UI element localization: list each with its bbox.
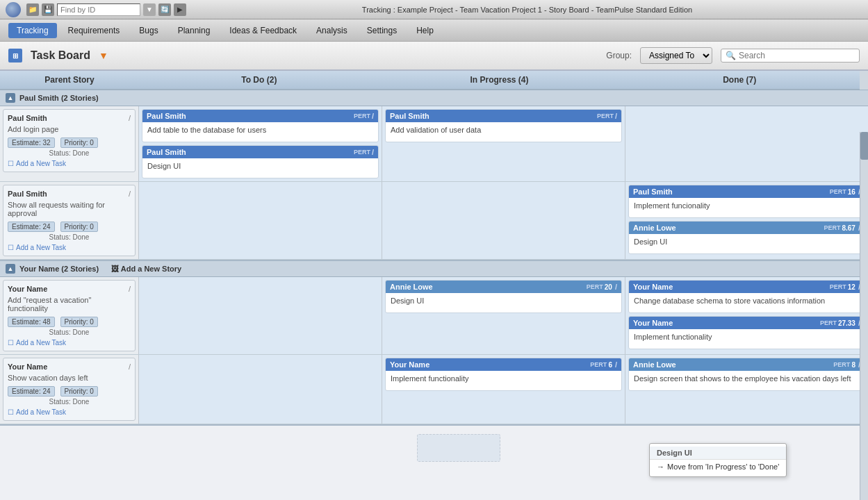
task6-pert-label: PERT — [587, 283, 603, 290]
task3-person: Paul Smith — [390, 112, 597, 120]
story1-edit[interactable]: / — [129, 114, 131, 122]
task-card-2: Paul Smith PERT / Design UI — [142, 145, 379, 178]
story1-parent: Paul Smith / Add login page Estimate: 32… — [0, 106, 139, 181]
add-story-icon: 🖼 — [111, 265, 119, 273]
task2-header: Paul Smith PERT / — [142, 146, 378, 158]
yn-story2-edit[interactable]: / — [129, 362, 131, 371]
extra-icon[interactable]: ▶ — [174, 3, 186, 16]
group-select[interactable]: Assigned To — [640, 47, 712, 64]
story1-done — [625, 106, 868, 181]
task8-pert-label: PERT — [820, 319, 837, 326]
task10-pert-val: 8 — [851, 361, 855, 369]
scrollbar-thumb[interactable] — [860, 132, 868, 160]
board-body[interactable]: ▲ Paul Smith (2 Stories) Paul Smith / Ad… — [0, 90, 868, 500]
find-dropdown[interactable]: ▼ — [143, 3, 156, 16]
titlebar: 📁 💾 ▼ 🔄 ▶ Tracking : Example Project - T… — [0, 0, 868, 19]
folder-icon[interactable]: 📁 — [26, 3, 39, 16]
yn-story1-name: Your Name — [8, 285, 47, 293]
refresh-icon[interactable]: 🔄 — [158, 3, 171, 16]
filter-icon[interactable]: ▼ — [99, 50, 108, 61]
menu-help[interactable]: Help — [408, 23, 442, 38]
group2-header: ▲ Your Name (2 Stories) 🖼 Add a New Stor… — [0, 261, 868, 277]
task1-pert-label: PERT — [354, 112, 370, 119]
task9-edit[interactable]: / — [615, 360, 617, 369]
group2-story1-row: Your Name / Add "request a vacation" fun… — [0, 277, 868, 355]
task7-pert-val: 12 — [848, 283, 855, 291]
task10-pert-label: PERT — [833, 361, 850, 368]
parent-card-2: Paul Smith / Show all requests waiting f… — [3, 185, 136, 256]
yn-story1-add-task[interactable]: ☐ Add a New Task — [8, 339, 131, 347]
task3-edit[interactable]: / — [615, 112, 617, 120]
yn-story1-done: Your Name PERT 12 / Change database sche… — [625, 277, 868, 354]
yn-story1-desc: Add "request a vacation" functionality — [8, 296, 131, 312]
task6-header: Annie Lowe PERT 20 / — [386, 281, 621, 293]
story2-add-task[interactable]: ☐ Add a New Task — [8, 244, 131, 251]
yn-story2-desc: Show vacation days left — [8, 374, 131, 382]
task7-header: Your Name PERT 12 / — [629, 281, 865, 293]
group2-add-story[interactable]: 🖼 Add a New Story — [111, 265, 181, 273]
tooltip-item-move[interactable]: → Move from 'In Progress' to 'Done' — [650, 460, 786, 474]
menu-bugs[interactable]: Bugs — [131, 23, 166, 38]
group2-label: Your Name (2 Stories) — [19, 265, 99, 273]
task-card-1: Paul Smith PERT / Add table to the datab… — [142, 109, 379, 142]
yn-story2-add-task[interactable]: ☐ Add a New Task — [8, 408, 131, 416]
title-text: Tracking : Example Project - Team Vacati… — [192, 6, 862, 14]
add-icon-3: ☐ — [8, 339, 14, 347]
yn-story2-status: Status: Done — [8, 398, 131, 406]
story1-estimate: Estimate: 32 — [8, 138, 55, 148]
find-by-id-input[interactable] — [57, 3, 140, 16]
yn-story1-priority: Priority: 0 — [60, 317, 98, 327]
group1-story1-row: Paul Smith / Add login page Estimate: 32… — [0, 106, 868, 182]
task2-edit[interactable]: / — [372, 148, 374, 156]
story1-name: Paul Smith — [8, 114, 47, 122]
group-paul-smith: ▲ Paul Smith (2 Stories) Paul Smith / Ad… — [0, 90, 868, 261]
task-card-10: Annie Lowe PERT 8 / Design screen that s… — [628, 358, 865, 391]
menu-analysis[interactable]: Analysis — [308, 23, 356, 38]
arrow-icon: → — [657, 462, 664, 471]
menu-ideas-feedback[interactable]: Ideas & Feedback — [221, 23, 305, 38]
task-card-6: Annie Lowe PERT 20 / Design UI — [385, 280, 622, 313]
story2-desc: Show all requests waiting for approval — [8, 201, 131, 217]
task10-body: Design screen that shows to the employee… — [629, 371, 865, 390]
story2-inprogress — [382, 182, 625, 259]
story2-estimate: Estimate: 24 — [8, 222, 55, 232]
add-icon-2: ☐ — [8, 244, 14, 251]
task4-pert-label: PERT — [830, 188, 846, 195]
task9-pert-val: 6 — [608, 361, 612, 369]
task7-body: Change database schema to store vacation… — [629, 293, 865, 312]
story1-priority: Priority: 0 — [60, 138, 98, 148]
menu-tracking[interactable]: Tracking — [8, 23, 57, 38]
yn-story1-status: Status: Done — [8, 328, 131, 336]
story2-edit[interactable]: / — [129, 190, 131, 198]
menu-settings[interactable]: Settings — [359, 23, 405, 38]
yn-story2-name: Your Name — [8, 362, 47, 371]
search-input[interactable] — [739, 51, 855, 60]
group1-header: ▲ Paul Smith (2 Stories) — [0, 90, 868, 106]
save-icon[interactable]: 💾 — [42, 3, 54, 16]
task4-body: Implement funcionality — [629, 198, 865, 217]
task-card-3: Paul Smith PERT / Add validation of user… — [385, 109, 622, 142]
menu-planning[interactable]: Planning — [170, 23, 219, 38]
yn-story2-estimate: Estimate: 24 — [8, 386, 55, 397]
add-icon: ☐ — [8, 160, 14, 167]
story2-priority: Priority: 0 — [60, 222, 98, 232]
story2-done: Paul Smith PERT 16 / Implement funcional… — [625, 182, 868, 259]
yn-story1-parent: Your Name / Add "request a vacation" fun… — [0, 277, 139, 354]
story2-name: Paul Smith — [8, 190, 47, 198]
group2-toggle[interactable]: ▲ — [6, 264, 15, 274]
task5-body: Design UI — [629, 234, 865, 253]
parent-card-1: Paul Smith / Add login page Estimate: 32… — [3, 109, 136, 172]
task1-header: Paul Smith PERT / — [142, 110, 378, 122]
menu-requirements[interactable]: Requirements — [60, 23, 129, 38]
scrollbar-right[interactable] — [860, 132, 868, 500]
yn-story1-estimate: Estimate: 48 — [8, 317, 55, 327]
task1-edit[interactable]: / — [372, 112, 374, 120]
task5-person: Annie Lowe — [633, 224, 824, 232]
task6-edit[interactable]: / — [615, 283, 617, 291]
toolbar-icons: 📁 💾 ▼ 🔄 ▶ — [26, 3, 186, 16]
yn-story1-edit[interactable]: / — [129, 285, 131, 293]
story1-add-task[interactable]: ☐ Add a New Task — [8, 160, 131, 167]
group1-toggle[interactable]: ▲ — [6, 93, 15, 103]
task8-header: Your Name PERT 27.33 / — [629, 317, 865, 329]
app-icon — [6, 2, 21, 17]
